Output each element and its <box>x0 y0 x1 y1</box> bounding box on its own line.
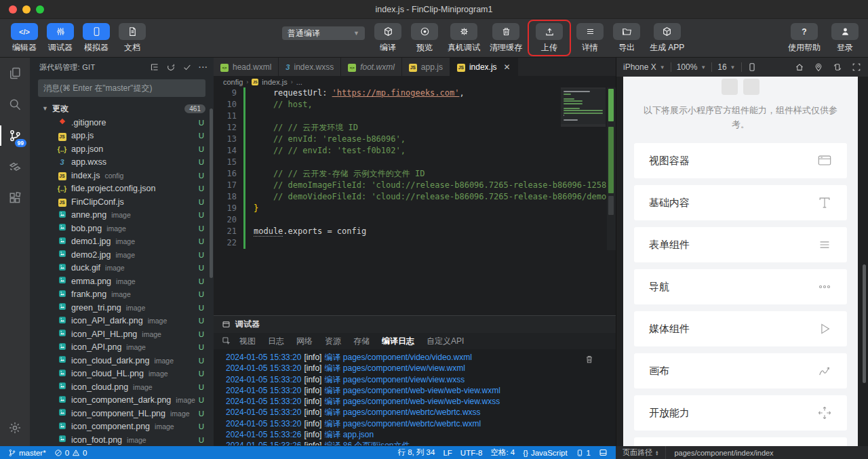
changed-file-row[interactable]: icon_API_HL.png image U <box>30 327 214 341</box>
simulator-scrollbar[interactable] <box>863 264 866 383</box>
activity-extensions[interactable] <box>0 182 30 214</box>
panel-toggle-icon[interactable] <box>595 448 612 457</box>
log-line[interactable]: 2024-01-05 15:33:20[info]编译 pages/compon… <box>226 352 616 363</box>
editor-tab-head.wxml[interactable]: <> head.wxml <box>214 58 279 76</box>
component-card-text[interactable]: 基础内容 <box>634 185 847 220</box>
editor-tab-foot.wxml[interactable]: <> foot.wxml <box>341 58 402 76</box>
element-picker-icon[interactable] <box>222 336 231 346</box>
login-button[interactable]: 登录 <box>831 23 859 54</box>
log-line[interactable]: 2024-01-05 15:33:20[info]编译 pages/compon… <box>226 407 616 418</box>
log-line[interactable]: 2024-01-05 15:33:20[info]编译 pages/compon… <box>226 385 616 396</box>
eol-indicator[interactable]: LF <box>439 449 456 457</box>
device-select[interactable]: iPhone X▼ <box>623 62 665 72</box>
changed-file-row[interactable]: icon_cloud_HL.png image U <box>30 367 214 381</box>
debugger-tab-视图[interactable]: 视图 <box>239 336 256 347</box>
breadcrumb-item[interactable]: index.js <box>262 78 287 86</box>
changed-file-row[interactable]: anne.png image U <box>30 209 214 222</box>
changed-file-row[interactable]: duck.gif image U <box>30 262 214 275</box>
refresh-icon[interactable] <box>166 62 176 72</box>
simulator-button[interactable]: 模拟器 <box>83 23 110 54</box>
indent-indicator[interactable]: 空格: 4 <box>486 447 519 458</box>
build-app-button[interactable]: 生成 APP <box>647 23 687 55</box>
changed-file-row[interactable]: 3 app.wxss U <box>30 156 214 169</box>
log-line[interactable]: 2024-01-05 15:33:20[info]编译 pages/compon… <box>226 418 616 429</box>
changed-file-row[interactable]: icon_API.png image U <box>30 341 214 355</box>
upload-button[interactable]: 上传 <box>533 23 566 54</box>
ellipsis-icon[interactable]: ··· <box>199 62 208 72</box>
activity-explorer[interactable] <box>0 58 30 89</box>
device-debug-button[interactable]: 真机调试 <box>445 23 483 55</box>
changed-file-row[interactable]: bob.png image U <box>30 222 214 235</box>
phone-frame-icon[interactable] <box>747 62 757 72</box>
changed-file-row[interactable]: icon_component_dark.png image U <box>30 394 214 407</box>
changed-file-row[interactable]: JS FinClipConf.js U <box>30 195 214 209</box>
preview-button[interactable]: 预览 <box>408 23 441 55</box>
changed-file-row[interactable]: icon_cloud_dark.png image U <box>30 354 214 367</box>
component-card-layout[interactable]: 视图容器 <box>634 143 847 178</box>
clear-cache-button[interactable]: 清理缓存 <box>487 23 525 55</box>
changed-file-row[interactable]: icon_component_HL.png image U <box>30 407 214 420</box>
changed-file-row[interactable]: .gitignore U <box>30 116 214 129</box>
check-icon[interactable] <box>182 62 192 72</box>
component-card-play[interactable]: 媒体组件 <box>634 311 847 346</box>
scm-changes-section[interactable]: ▼ 更改 461 <box>30 101 214 116</box>
editor-tab-app.js[interactable]: JS app.js <box>402 58 450 76</box>
language-indicator[interactable]: {} JavaScript <box>519 449 571 457</box>
scm-scrollbar[interactable] <box>210 108 213 278</box>
breadcrumb-item[interactable]: ... <box>296 78 302 86</box>
fontsize-select[interactable]: 16▼ <box>717 62 735 72</box>
rotate-device-icon[interactable] <box>833 62 842 72</box>
breadcrumb-item[interactable]: config <box>223 78 243 86</box>
activity-scm[interactable]: 99 <box>0 120 30 151</box>
cursor-position[interactable]: 行 8, 列 34 <box>393 447 439 458</box>
debugger-tab-自定义API[interactable]: 自定义API <box>427 336 464 347</box>
compile-button[interactable]: 编译 <box>372 23 404 55</box>
home-icon[interactable] <box>795 62 804 72</box>
zoom-select[interactable]: 100%▼ <box>677 62 707 72</box>
doc-button[interactable]: 文档 <box>119 23 146 54</box>
commit-message-input[interactable]: 消息(⌘ Enter 在"master"提交) <box>38 79 205 97</box>
clear-logs-icon[interactable] <box>585 355 594 364</box>
activity-components[interactable] <box>0 151 30 182</box>
component-card-partial[interactable] <box>634 437 847 446</box>
compile-mode-select[interactable]: 普通编译 ▼ <box>282 26 365 40</box>
debugger-tab-日志[interactable]: 日志 <box>268 336 284 347</box>
problems-indicator[interactable]: 0 0 <box>50 449 92 457</box>
activity-search[interactable] <box>0 89 30 120</box>
close-tab-icon[interactable]: ✕ <box>504 62 511 72</box>
changed-file-row[interactable]: green_tri.png image U <box>30 301 214 315</box>
debugger-tab-编译日志[interactable]: 编译日志 <box>382 336 414 347</box>
log-line[interactable]: 2024-01-05 15:33:20[info]编译 pages/compon… <box>226 374 616 385</box>
help-button[interactable]: ?使用帮助 <box>788 23 821 54</box>
component-card-curve[interactable]: 画布 <box>634 353 847 388</box>
changed-file-row[interactable]: icon_cloud.png image U <box>30 380 214 394</box>
debugger-tab-资源[interactable]: 资源 <box>325 336 341 347</box>
changed-file-row[interactable]: emma.png image U <box>30 275 214 288</box>
changed-file-row[interactable]: frank.png image U <box>30 288 214 302</box>
component-card-move-arrows[interactable]: 开放能力 <box>634 395 847 431</box>
changed-file-row[interactable]: icon_component.png image U <box>30 420 214 434</box>
export-button[interactable]: 导出 <box>610 23 643 55</box>
log-line[interactable]: 2024-01-05 15:33:26[info]编译 app.json <box>226 429 616 440</box>
debugger-tab-存储[interactable]: 存储 <box>353 336 370 347</box>
code-button[interactable]: </>编辑器 <box>11 23 38 54</box>
changed-file-row[interactable]: icon_foot.png image U <box>30 433 214 446</box>
details-button[interactable]: 详情 <box>574 23 606 55</box>
activity-settings[interactable] <box>0 412 30 443</box>
changed-file-row[interactable]: demo2.jpg image U <box>30 248 214 262</box>
minimap[interactable] <box>561 89 606 124</box>
changed-file-row[interactable]: demo1.jpg image U <box>30 235 214 249</box>
page-path-select[interactable]: 页面路径 ▲▼ <box>616 447 665 458</box>
editor-tab-index.wxss[interactable]: 3 index.wxss <box>279 58 341 76</box>
editor-tab-index.js[interactable]: JS index.js ✕ <box>450 58 518 76</box>
device-connection-indicator[interactable]: 1 <box>572 449 595 457</box>
code-editor[interactable]: 9 requestUrl: 'https://mp.finogeeks.com'… <box>214 87 616 250</box>
simulator-screen[interactable]: 以下将展示小程序官方组件能力，组件样式仅供参考。 视图容器 基础内容 表单组件 … <box>623 77 858 446</box>
scan-frame-icon[interactable] <box>852 62 861 72</box>
log-line[interactable]: 2024-01-05 15:33:20[info]编译 pages/compon… <box>226 363 616 374</box>
debug-button[interactable]: 调试器 <box>47 23 74 54</box>
log-line[interactable]: 2024-01-05 15:33:20[info]编译 pages/compon… <box>226 396 616 407</box>
changed-file-row[interactable]: JS app.js U <box>30 129 214 143</box>
changed-file-row[interactable]: JS index.js config U <box>30 169 214 182</box>
debugger-tab-网络[interactable]: 网络 <box>296 336 313 347</box>
